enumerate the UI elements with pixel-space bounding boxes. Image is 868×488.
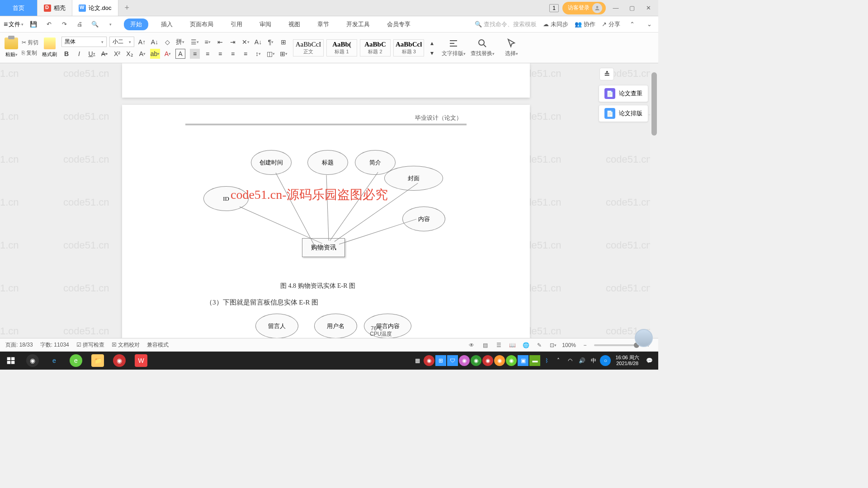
font-color-button[interactable]: A▾ xyxy=(163,49,173,59)
underline-button[interactable]: U▾ xyxy=(87,49,97,59)
line-spacing-button[interactable]: ↕▾ xyxy=(253,49,263,59)
proofread-toggle[interactable]: ☒ 文档校对 xyxy=(112,341,140,349)
tray-icon-4[interactable]: ◉ xyxy=(459,355,470,366)
shading-button[interactable]: ◫▾ xyxy=(266,49,276,59)
style-h2[interactable]: AaBbC标题 2 xyxy=(360,39,391,56)
char-border-button[interactable]: A xyxy=(175,49,185,59)
tab-button[interactable]: ¶▾ xyxy=(266,37,276,47)
ribbon-tab-devtools[interactable]: 开发工具 xyxy=(342,19,374,30)
task-wps[interactable]: W xyxy=(130,352,152,370)
print-button[interactable]: 🖨 xyxy=(74,19,85,30)
phonetic-button[interactable]: 拼▾ xyxy=(175,37,185,47)
assistant-bubble[interactable] xyxy=(635,329,653,347)
tray-nvidia-icon[interactable]: ▬ xyxy=(529,355,540,366)
increase-indent-button[interactable]: ⇥ xyxy=(228,37,238,47)
zoom-out-button[interactable]: − xyxy=(580,341,590,350)
ribbon-tab-member[interactable]: 会员专享 xyxy=(382,19,415,30)
outline-view-button[interactable]: ☰ xyxy=(494,341,503,350)
tab-home[interactable]: 首页 xyxy=(0,0,38,16)
tray-volume-icon[interactable]: 🔊 xyxy=(576,355,587,366)
minimize-button[interactable]: — xyxy=(609,2,622,14)
show-marks-button[interactable]: ⊞ xyxy=(278,37,288,47)
eye-icon[interactable]: 👁 xyxy=(467,341,476,350)
strikethrough-button[interactable]: A▾ xyxy=(99,49,109,59)
font-size-select[interactable]: 小二▾ xyxy=(109,37,134,47)
align-justify-button[interactable]: ≡ xyxy=(228,49,238,59)
undo-button[interactable]: ↶ xyxy=(43,19,54,30)
tray-bluetooth-icon[interactable]: ᛒ xyxy=(541,355,552,366)
web-view-button[interactable]: 🌐 xyxy=(521,341,530,350)
tray-ime-icon[interactable]: 中 xyxy=(588,355,599,366)
bold-button[interactable]: B xyxy=(61,49,71,59)
styles-scroll-down[interactable]: ▾ xyxy=(427,48,437,58)
tray-icon-8[interactable]: ◉ xyxy=(506,355,517,366)
italic-button[interactable]: I xyxy=(74,49,84,59)
style-h1[interactable]: AaBb(标题 1 xyxy=(326,39,357,56)
borders-button[interactable]: ⊞▾ xyxy=(278,49,288,59)
distribute-button[interactable]: ≡ xyxy=(241,49,250,59)
quick-more-button[interactable]: ▾ xyxy=(105,19,116,30)
collab-button[interactable]: 👥协作 xyxy=(575,20,595,28)
panel-collapse-button[interactable]: ≙ xyxy=(599,68,614,80)
ribbon-tab-references[interactable]: 引用 xyxy=(226,19,247,30)
asian-layout-button[interactable]: ✕▾ xyxy=(241,37,250,47)
zoom-value[interactable]: 100% xyxy=(562,342,576,348)
task-ie[interactable]: e xyxy=(43,352,65,370)
align-right-button[interactable]: ≡ xyxy=(215,49,225,59)
text-layout-button[interactable]: 文字排版▾ xyxy=(441,38,466,57)
highlight-button[interactable]: ab▾ xyxy=(150,49,160,59)
decrease-indent-button[interactable]: ⇤ xyxy=(215,37,225,47)
copy-button[interactable]: ⎘复制 xyxy=(21,49,39,57)
paper-layout-button[interactable]: 📄论文排版 xyxy=(599,105,648,122)
paste-button[interactable]: 粘贴▾ xyxy=(5,38,18,58)
font-family-select[interactable]: 黑体▾ xyxy=(61,37,107,47)
word-count[interactable]: 字数: 11034 xyxy=(40,341,69,349)
ribbon-tab-start[interactable]: 开始 xyxy=(124,19,148,30)
read-view-button[interactable]: 📖 xyxy=(508,341,517,350)
page-view-button[interactable]: ▤ xyxy=(481,341,490,350)
style-body[interactable]: AaBbCcI正文 xyxy=(293,39,324,56)
tray-search-icon[interactable]: ○ xyxy=(600,355,611,366)
paper-check-button[interactable]: 📄论文查重 xyxy=(599,85,648,102)
tray-wifi-icon[interactable]: ◠ xyxy=(565,355,576,366)
annotate-button[interactable]: ✎ xyxy=(535,341,544,350)
ribbon-tab-review[interactable]: 审阅 xyxy=(255,19,276,30)
command-search[interactable]: 🔍查找命令、搜索模板 xyxy=(475,20,537,28)
select-button[interactable]: 选择▾ xyxy=(499,38,524,57)
task-explorer[interactable]: 📁 xyxy=(87,352,108,370)
print-preview-button[interactable]: 🔍 xyxy=(90,19,100,30)
task-app1[interactable]: ◉ xyxy=(108,352,130,370)
numbering-button[interactable]: ≡▾ xyxy=(203,37,212,47)
sync-status[interactable]: ☁未同步 xyxy=(543,20,568,28)
guest-login-button[interactable]: 访客登录 xyxy=(562,2,606,14)
start-button[interactable] xyxy=(0,352,22,370)
tray-icon-9[interactable]: ▣ xyxy=(518,355,528,366)
grow-font-button[interactable]: A↑ xyxy=(137,37,147,47)
format-painter-button[interactable]: 格式刷 xyxy=(42,38,57,58)
taskbar-clock[interactable]: 16:06 周六2021/8/28 xyxy=(612,355,643,366)
text-effects-button[interactable]: A▾ xyxy=(137,49,147,59)
tray-icon-7[interactable]: ◉ xyxy=(494,355,505,366)
tray-icon-5[interactable]: ◉ xyxy=(471,355,481,366)
close-button[interactable]: ✕ xyxy=(642,2,655,14)
vertical-scrollbar[interactable] xyxy=(650,63,658,351)
task-360[interactable]: e xyxy=(65,352,87,370)
tray-icon-3[interactable]: 🛡 xyxy=(447,355,458,366)
sort-button[interactable]: A↓ xyxy=(253,37,263,47)
cut-button[interactable]: ✂剪切 xyxy=(21,38,39,47)
zoom-slider[interactable] xyxy=(594,344,639,346)
file-menu[interactable]: ≡文件▾ xyxy=(4,20,24,28)
tab-document[interactable]: 论文.doc xyxy=(72,0,118,16)
shrink-font-button[interactable]: A↓ xyxy=(150,37,160,47)
styles-scroll-up[interactable]: ▴ xyxy=(427,38,437,48)
ribbon-expand-button[interactable]: ⌄ xyxy=(644,19,655,30)
find-replace-button[interactable]: 查找替换▾ xyxy=(470,38,495,57)
align-center-button[interactable]: ≡ xyxy=(203,49,212,59)
tray-expand-icon[interactable]: ˄ xyxy=(553,355,564,366)
window-count-badge[interactable]: 1 xyxy=(549,4,559,12)
tray-cpu-icon[interactable]: ▦ xyxy=(412,355,423,366)
style-h3[interactable]: AaBbCcl标题 3 xyxy=(393,39,424,56)
ribbon-tab-view[interactable]: 视图 xyxy=(284,19,305,30)
align-left-button[interactable]: ≡ xyxy=(190,49,200,59)
clear-format-button[interactable]: ◇ xyxy=(162,37,172,47)
